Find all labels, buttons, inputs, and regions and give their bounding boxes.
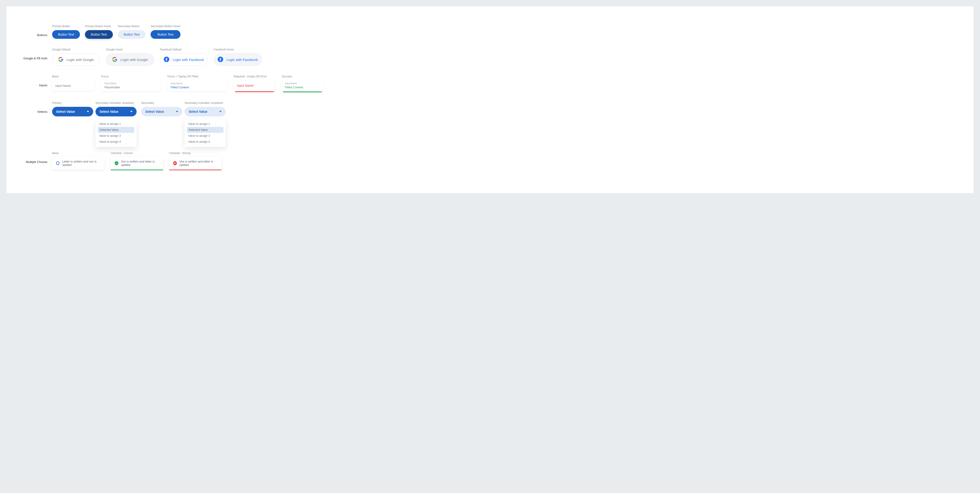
choice-wrong[interactable]: ✕ Vox is written and letter is spelled xyxy=(169,157,221,170)
select-secondary[interactable]: Select Value xyxy=(141,107,182,116)
auth-row: Google & FB Auth: Google Default Login w… xyxy=(22,48,958,66)
choice-correct[interactable]: ✓ Vox is written and letter is spelled xyxy=(111,157,163,170)
check-icon: ✓ xyxy=(115,161,118,165)
input-mini-label: Input Name: xyxy=(285,82,320,85)
google-login-button-hover[interactable]: Login with Google xyxy=(106,54,154,66)
choice-basic[interactable]: Letter is written and vox is spelled xyxy=(52,157,105,170)
input-field[interactable] xyxy=(104,86,158,89)
facebook-login-label: Login with Facebook xyxy=(226,58,258,62)
state-label: Primary xyxy=(52,101,93,105)
design-system-canvas: Buttons: Primary Button Button Text Prim… xyxy=(6,6,974,193)
input-error[interactable] xyxy=(234,80,275,91)
inputs-row: Inputs: Basic Focus Input Name: Focus + … xyxy=(22,75,958,92)
state-label: Focus + Typing OR Filled xyxy=(167,75,227,78)
row-label-buttons: Buttons: xyxy=(22,25,52,37)
error-underline xyxy=(235,91,274,92)
input-field[interactable] xyxy=(171,86,224,89)
state-label: Focus xyxy=(101,75,161,78)
state-label: Google Hover xyxy=(106,48,154,51)
chevron-down-icon xyxy=(130,111,132,112)
secondary-button[interactable]: Button Text xyxy=(118,30,146,39)
dropdown-option[interactable]: Value to assign 4 xyxy=(185,139,226,145)
row-label-inputs: Inputs: xyxy=(22,75,52,87)
state-label: Primary Button xyxy=(52,25,80,28)
state-label: Secondary Button Hover xyxy=(151,25,180,28)
choice-label: Vox is written and letter is spelled xyxy=(121,160,159,166)
state-label: Google Default xyxy=(52,48,100,51)
dropdown-option[interactable]: Value to assign 1 xyxy=(95,121,137,127)
google-login-label: Login with Google xyxy=(67,58,94,62)
success-underline xyxy=(283,92,322,92)
facebook-login-button[interactable]: Login with Facebook xyxy=(160,54,208,66)
state-label: Secondary Button xyxy=(118,25,146,28)
google-login-button[interactable]: Login with Google xyxy=(52,54,100,66)
choices-row: Multiple Choose: Basic Letter is written… xyxy=(22,152,958,170)
input-filled[interactable]: Input Name: xyxy=(167,80,227,91)
select-primary[interactable]: Select Value xyxy=(52,107,93,116)
state-label: Checked - Correct xyxy=(111,152,163,155)
chevron-down-icon xyxy=(176,111,178,112)
chevron-down-icon xyxy=(219,111,221,112)
input-field[interactable] xyxy=(285,86,320,89)
row-label-choices: Multiple Choose: xyxy=(22,152,52,164)
select-value: Select Value xyxy=(189,110,207,113)
input-success[interactable]: Input Name: xyxy=(282,80,323,91)
radio-icon xyxy=(56,162,59,165)
state-label: Basic xyxy=(52,152,105,155)
dropdown-option[interactable]: Value to assign 1 xyxy=(185,121,226,127)
dropdown-option-selected[interactable]: Selected Value xyxy=(98,127,134,133)
state-label: Facebook Hover xyxy=(214,48,262,51)
google-icon xyxy=(58,57,63,63)
choice-label: Vox is written and letter is spelled xyxy=(180,160,218,166)
row-label-auth: Google & FB Auth: xyxy=(22,48,52,60)
choice-label: Letter is written and vox is spelled xyxy=(62,160,100,166)
dropdown-option-selected[interactable]: Selected Value xyxy=(187,127,223,133)
input-basic[interactable] xyxy=(52,80,94,91)
cross-icon: ✕ xyxy=(173,161,177,165)
success-underline xyxy=(111,170,163,170)
selects-row: Selects: Primary Select Value Secondary … xyxy=(22,101,958,147)
google-login-label: Login with Google xyxy=(120,58,148,62)
dropdown-option[interactable]: Value to assign 3 xyxy=(185,133,226,139)
state-label: Basic xyxy=(52,75,94,78)
select-dropdown: Value to assign 1 Selected Value Value t… xyxy=(95,119,137,147)
input-mini-label: Input Name: xyxy=(104,82,158,85)
error-underline xyxy=(169,170,221,170)
primary-button[interactable]: Button Text xyxy=(52,30,80,39)
google-icon xyxy=(112,57,117,63)
state-label: Secondary xyxy=(141,101,182,105)
facebook-login-button-hover[interactable]: Login with Facebook xyxy=(214,54,262,66)
chevron-down-icon xyxy=(87,111,89,112)
secondary-button-hover[interactable]: Button Text xyxy=(151,30,180,39)
input-field[interactable] xyxy=(55,84,91,87)
state-label: Facebook Default xyxy=(160,48,208,51)
row-label-selects: Selects: xyxy=(22,101,52,113)
state-label: Checked - Wrong xyxy=(169,152,221,155)
facebook-icon xyxy=(164,57,169,63)
select-dropdown: Value to assign 1 Selected Value Value t… xyxy=(185,119,226,147)
input-focus[interactable]: Input Name: xyxy=(101,80,161,91)
input-mini-label: Input Name: xyxy=(171,82,224,85)
dropdown-option[interactable]: Value to assign 3 xyxy=(95,133,137,139)
buttons-row: Buttons: Primary Button Button Text Prim… xyxy=(22,25,958,39)
select-value: Select Value xyxy=(56,110,75,113)
select-secondary-open[interactable]: Select Value xyxy=(185,107,226,116)
state-label: Primary Button Hover xyxy=(85,25,113,28)
facebook-icon xyxy=(218,57,223,63)
dropdown-option[interactable]: Value to assign 4 xyxy=(95,139,137,145)
facebook-login-label: Login with Facebook xyxy=(172,58,204,62)
primary-button-hover[interactable]: Button Text xyxy=(85,30,113,39)
state-label: Required - Empty OR Error xyxy=(234,75,275,78)
input-field[interactable] xyxy=(237,84,272,87)
state-label: Secondary Activated, dropdown xyxy=(185,101,226,105)
select-value: Select Value xyxy=(145,110,164,113)
state-label: Success xyxy=(282,75,323,78)
select-primary-open[interactable]: Select Value xyxy=(95,107,137,116)
select-value: Select Value xyxy=(100,110,118,113)
state-label: Secondary Activated, dropdown xyxy=(95,101,137,105)
